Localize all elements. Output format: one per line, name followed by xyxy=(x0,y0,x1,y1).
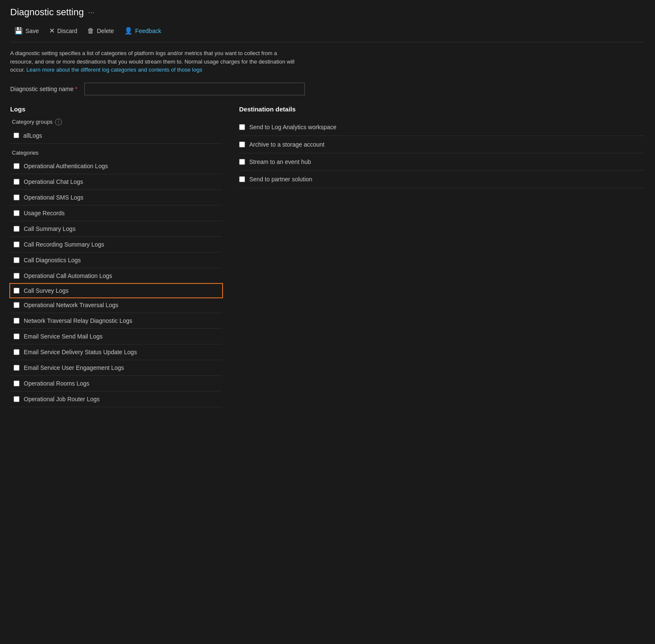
discard-button[interactable]: ✕ Discard xyxy=(45,25,81,37)
category-label-4[interactable]: Usage Records xyxy=(24,210,65,217)
category-checkbox-7[interactable] xyxy=(14,257,20,263)
feedback-icon: 👤 xyxy=(124,27,133,35)
category-checkbox-6[interactable] xyxy=(14,242,20,247)
destination-checkbox-2[interactable] xyxy=(239,142,245,147)
category-checkbox-9[interactable] xyxy=(14,288,20,294)
alllogs-item: allLogs xyxy=(10,130,222,144)
alllogs-label[interactable]: allLogs xyxy=(23,132,42,139)
category-checkbox-11[interactable] xyxy=(14,318,20,324)
setting-name-row: Diagnostic setting name * xyxy=(10,83,645,95)
category-item-8: Operational Call Automation Logs xyxy=(10,268,222,284)
category-label-16[interactable]: Operational Job Router Logs xyxy=(24,396,100,402)
categories-list: Operational Authentication Logs Operatio… xyxy=(10,158,222,407)
alllogs-checkbox[interactable] xyxy=(14,133,19,138)
category-item-6: Call Recording Summary Logs xyxy=(10,237,222,253)
delete-button[interactable]: 🗑 Delete xyxy=(83,25,118,37)
category-item-11: Network Traversal Relay Diagnostic Logs xyxy=(10,313,222,329)
destination-label-2[interactable]: Archive to a storage account xyxy=(249,141,324,148)
category-checkbox-4[interactable] xyxy=(14,210,20,216)
destination-checkbox-4[interactable] xyxy=(239,176,245,182)
category-checkbox-10[interactable] xyxy=(14,302,20,308)
destination-checkbox-3[interactable] xyxy=(239,159,245,165)
destination-section-heading: Destination details xyxy=(239,105,645,113)
category-item-14: Email Service User Engagement Logs xyxy=(10,360,222,376)
category-label-14[interactable]: Email Service User Engagement Logs xyxy=(24,364,124,371)
category-label-11[interactable]: Network Traversal Relay Diagnostic Logs xyxy=(24,317,132,324)
category-label-8[interactable]: Operational Call Automation Logs xyxy=(24,272,112,279)
setting-name-label: Diagnostic setting name * xyxy=(10,86,78,92)
category-checkbox-8[interactable] xyxy=(14,273,20,279)
required-indicator: * xyxy=(75,86,77,92)
category-item-1: Operational Authentication Logs xyxy=(10,158,222,174)
category-item-7: Call Diagnostics Logs xyxy=(10,253,222,268)
category-item-10: Operational Network Traversal Logs xyxy=(10,297,222,313)
category-item-3: Operational SMS Logs xyxy=(10,190,222,205)
page-container: Diagnostic setting ··· 💾 Save ✕ Discard … xyxy=(0,0,655,414)
destination-list: Send to Log Analytics workspace Archive … xyxy=(239,119,645,188)
category-label-9[interactable]: Call Survey Logs xyxy=(24,287,69,294)
destination-item-4: Send to partner solution xyxy=(239,171,645,188)
category-item-12: Email Service Send Mail Logs xyxy=(10,329,222,344)
logs-column: Logs Category groups i allLogs Categorie… xyxy=(10,105,231,407)
category-label-10[interactable]: Operational Network Traversal Logs xyxy=(24,302,118,308)
two-column-layout: Logs Category groups i allLogs Categorie… xyxy=(10,105,645,407)
save-button[interactable]: 💾 Save xyxy=(10,25,43,37)
learn-more-link[interactable]: Learn more about the different log categ… xyxy=(26,67,202,73)
toolbar: 💾 Save ✕ Discard 🗑 Delete 👤 Feedback xyxy=(10,25,645,42)
category-checkbox-13[interactable] xyxy=(14,349,20,355)
category-groups-heading: Category groups i xyxy=(12,119,222,125)
category-item-13: Email Service Delivery Status Update Log… xyxy=(10,344,222,360)
destination-column: Destination details Send to Log Analytic… xyxy=(231,105,645,407)
category-label-5[interactable]: Call Summary Logs xyxy=(24,225,75,232)
destination-item-2: Archive to a storage account xyxy=(239,136,645,153)
category-label-6[interactable]: Call Recording Summary Logs xyxy=(24,241,104,248)
feedback-button[interactable]: 👤 Feedback xyxy=(120,25,165,37)
category-item-9-highlighted: Call Survey Logs xyxy=(9,283,223,298)
category-label-3[interactable]: Operational SMS Logs xyxy=(24,194,84,201)
category-checkbox-1[interactable] xyxy=(14,163,20,169)
setting-name-input[interactable] xyxy=(84,83,305,95)
category-label-13[interactable]: Email Service Delivery Status Update Log… xyxy=(24,349,137,355)
info-icon[interactable]: i xyxy=(55,119,62,125)
destination-item-1: Send to Log Analytics workspace xyxy=(239,119,645,136)
category-label-12[interactable]: Email Service Send Mail Logs xyxy=(24,333,103,340)
destination-label-1[interactable]: Send to Log Analytics workspace xyxy=(249,124,336,130)
category-checkbox-5[interactable] xyxy=(14,226,20,232)
destination-label-4[interactable]: Send to partner solution xyxy=(249,176,312,183)
category-item-15: Operational Rooms Logs xyxy=(10,376,222,391)
category-item-5: Call Summary Logs xyxy=(10,221,222,237)
logs-section-heading: Logs xyxy=(10,105,222,113)
description: A diagnostic setting specifies a list of… xyxy=(10,49,298,74)
category-label-1[interactable]: Operational Authentication Logs xyxy=(24,163,108,169)
category-checkbox-3[interactable] xyxy=(14,194,20,200)
page-title: Diagnostic setting xyxy=(10,7,84,18)
delete-icon: 🗑 xyxy=(87,27,94,35)
category-checkbox-2[interactable] xyxy=(14,179,20,185)
category-checkbox-12[interactable] xyxy=(14,333,20,339)
category-label-7[interactable]: Call Diagnostics Logs xyxy=(24,257,81,264)
page-title-row: Diagnostic setting ··· xyxy=(10,7,645,18)
category-checkbox-16[interactable] xyxy=(14,396,20,402)
ellipsis-menu[interactable]: ··· xyxy=(88,8,95,17)
categories-label: Categories xyxy=(12,150,222,156)
category-item-2: Operational Chat Logs xyxy=(10,174,222,190)
destination-item-3: Stream to an event hub xyxy=(239,153,645,171)
category-checkbox-14[interactable] xyxy=(14,365,20,371)
category-checkbox-15[interactable] xyxy=(14,380,20,386)
save-icon: 💾 xyxy=(14,27,23,35)
discard-icon: ✕ xyxy=(49,27,55,35)
category-item-16: Operational Job Router Logs xyxy=(10,391,222,407)
category-label-2[interactable]: Operational Chat Logs xyxy=(24,178,83,185)
destination-label-3[interactable]: Stream to an event hub xyxy=(249,158,311,165)
category-item-4: Usage Records xyxy=(10,205,222,221)
destination-checkbox-1[interactable] xyxy=(239,124,245,130)
category-label-15[interactable]: Operational Rooms Logs xyxy=(24,380,89,387)
